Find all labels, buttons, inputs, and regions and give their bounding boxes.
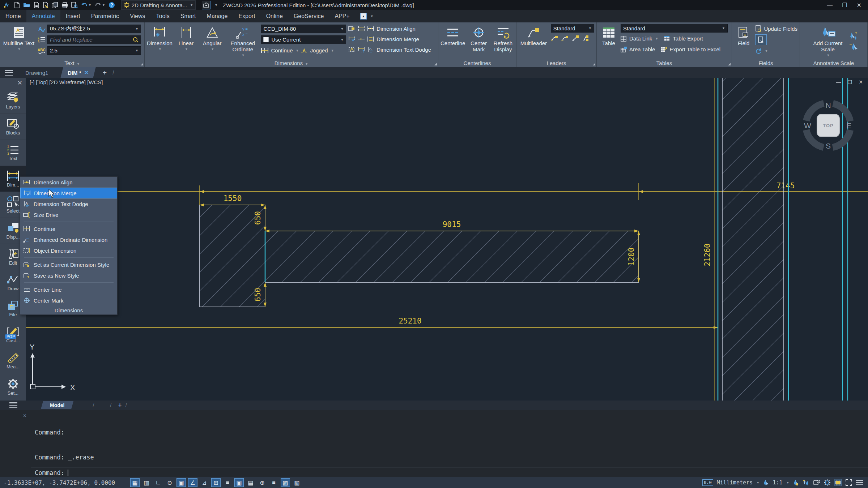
units-display[interactable]: Millimeters [717,479,753,486]
leaders-dialog-launcher[interactable] [593,63,595,65]
menu-app-plus[interactable]: APP+ [329,10,355,22]
angular-dimension-button[interactable]: Angular▼ [200,24,225,59]
object-snap-toggle[interactable]: ▣ [176,478,186,487]
ribbon-collapse-caret[interactable]: ▼ [370,14,374,18]
command-input[interactable]: Command: [35,469,68,476]
dim-1550[interactable]: 1550 [224,194,242,203]
save-icon[interactable] [34,2,39,8]
app-logo-icon[interactable] [4,2,11,8]
align-leader-icon[interactable] [572,35,579,42]
tab-drawing1[interactable]: Drawing1 [20,67,54,78]
sidebar-item-settings[interactable]: Set... [0,374,26,400]
save-as-icon[interactable] [43,2,48,8]
workspace-toggle[interactable]: ▨ [281,478,290,487]
coordinates-display[interactable]: -1.3633E+07, -3.7472E+06, 0.0000 [0,479,130,486]
menu-export[interactable]: Export [233,10,260,22]
enhanced-ordinate-button[interactable]: y =x = Enhanced Ordinate▼ [227,24,259,59]
menu-manage[interactable]: Manage [201,10,233,22]
annotation-visibility-icon[interactable] [792,479,799,486]
search-icon[interactable] [133,37,139,43]
text-height-dropdown[interactable]: 2.5▼ [47,46,141,55]
ctx-dimension-text-dodge[interactable]: A Dimension Text Dodge [20,198,117,209]
window-maximize-button[interactable]: ❐ [842,2,847,9]
menu-online[interactable]: Online [261,10,288,22]
grid-toggle[interactable]: ▦ [130,478,140,487]
command-line-panel[interactable]: ✕ Command: Command: _.erase 1 found Comm… [0,410,868,477]
dim-21260[interactable]: 21260 [703,243,712,266]
polar-tracking-toggle[interactable]: ⊙ [165,478,174,487]
ctx-save-new-style[interactable]: Save as New Style [20,270,117,281]
annotation-monitor-toggle[interactable]: ≡ [269,478,278,487]
dim-650-bottom[interactable]: 650 [254,288,262,301]
use-current-checkbox[interactable] [263,37,269,42]
auto-scale-icon[interactable] [803,479,810,486]
ctx-center-line[interactable]: Center Line [20,284,117,295]
viewport-restore-button[interactable]: ❐ [848,79,852,85]
dim-9015[interactable]: 9015 [443,220,461,229]
sidebar-item-text[interactable]: 123 Text [0,140,26,166]
dim-650-top[interactable]: 650 [254,211,262,225]
table-button[interactable]: Table [599,24,618,54]
print-icon[interactable] [61,2,68,8]
field-display-toggle[interactable] [755,34,767,45]
ctx-dimension-align[interactable]: Dimension Align [20,177,117,188]
quick-properties-toggle[interactable]: ▤ [246,478,255,487]
find-replace-input[interactable]: Find and Replace [47,35,141,44]
dynamic-ucs-toggle[interactable]: ⊞ [211,478,221,487]
toolbox-icon[interactable] [202,1,210,9]
linear-dimension-button[interactable]: Linear▼ [175,24,197,59]
fullscreen-icon[interactable] [846,479,852,486]
copy-icon[interactable] [52,2,58,8]
dimension-button[interactable]: Dimension▼ [147,24,173,59]
viewport-close-button[interactable]: ✕ [859,79,863,85]
sidebar-item-layers[interactable]: Layers [0,88,26,114]
ctx-size-drive[interactable]: Size Drive [20,209,117,220]
window-close-button[interactable]: ✕ [857,2,861,9]
transparency-toggle[interactable]: ▣ [234,478,244,487]
field-refresh-button[interactable]: ▼ [755,46,797,56]
ctx-object-dimension[interactable]: Object Dimension [20,245,117,256]
data-link-button[interactable]: Data Link▼ [621,34,658,43]
leaders-panel-label[interactable]: Leaders [516,60,596,66]
switch-space-icon[interactable] [813,479,820,486]
dimensions-dialog-launcher[interactable] [434,63,437,65]
add-current-scale-button[interactable]: Add Current Scale▼ [809,24,847,59]
table-style-dropdown[interactable]: Standard▼ [621,24,728,33]
remove-leader-icon[interactable] [561,35,569,42]
menu-views[interactable]: Views [124,10,150,22]
menu-smart[interactable]: Smart [175,10,201,22]
compass-n[interactable]: N [825,101,831,110]
tab-close-icon[interactable]: ✕ [84,69,89,76]
table-export-button[interactable]: Table Export [664,34,703,43]
selection-cycling-toggle[interactable]: ⊕ [258,478,267,487]
ctx-set-current-style[interactable]: Set as Current Dimension Style [20,259,117,270]
compass-e[interactable]: E [846,121,851,130]
status-menu-icon[interactable] [856,480,863,485]
multileader-style-dropdown[interactable]: Standard▼ [551,24,594,33]
dimensions-panel-label[interactable]: Dimensions ▼ [145,60,438,66]
tab-model[interactable]: Model [41,401,74,409]
update-fields-button[interactable]: Update Fields [755,24,797,33]
window-minimize-button[interactable]: — [827,2,833,8]
collect-leader-icon[interactable] [582,35,590,42]
dim-layer-dropdown[interactable]: Use Current▼ [261,35,346,44]
open-file-icon[interactable] [23,2,30,8]
menu-parametric[interactable]: Parametric [86,10,124,22]
precision-display[interactable]: 0.0 [702,479,713,486]
centerlines-panel-label[interactable]: Centerlines [438,60,516,66]
annotation-scale-icon[interactable] [762,479,769,486]
area-table-button[interactable]: Area Table [621,45,655,54]
redo-caret[interactable]: ▼ [102,3,105,7]
multiline-text-button[interactable]: A Multiline Text ▼ [2,24,35,55]
text-dialog-launcher[interactable] [141,63,143,65]
ctx-center-mark[interactable]: Center Mark [20,295,117,306]
add-leader-icon[interactable] [551,35,558,42]
new-tab-button[interactable]: + [102,69,107,77]
lineweight-toggle[interactable]: ≡ [223,478,232,487]
object-snap-tracking-toggle[interactable]: ⊿ [200,478,209,487]
sidebar-item-customize[interactable]: PGP Cust... [0,322,26,348]
qat-overflow-caret[interactable]: ▼ [214,3,218,7]
status-gear-icon[interactable] [824,479,830,486]
continue-dimension-button[interactable]: Continue▼ [261,46,299,55]
menu-annotate[interactable]: Annotate [26,10,60,22]
